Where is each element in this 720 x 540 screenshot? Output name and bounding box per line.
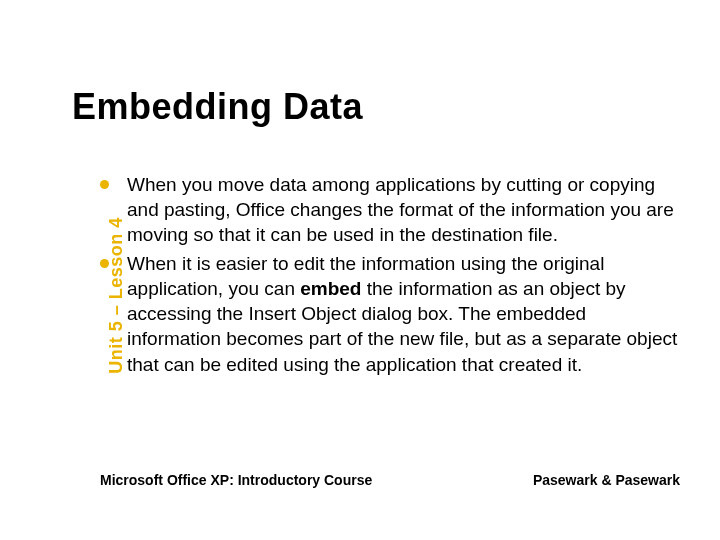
bullet-icon <box>100 259 109 268</box>
page-title: Embedding Data <box>72 86 363 128</box>
bullet-text: When it is easier to edit the informatio… <box>127 251 680 376</box>
slide: Embedding Data Unit 5 – Lesson 4 When yo… <box>0 0 720 540</box>
footer: Microsoft Office XP: Introductory Course… <box>100 472 680 488</box>
footer-left: Microsoft Office XP: Introductory Course <box>100 472 372 488</box>
footer-right: Pasewark & Pasewark <box>533 472 680 488</box>
bullet-icon <box>100 180 109 189</box>
bullet-text-bold: embed <box>300 278 361 299</box>
list-item: When you move data among applications by… <box>100 172 680 247</box>
content-area: When you move data among applications by… <box>100 172 680 381</box>
bullet-text: When you move data among applications by… <box>127 172 680 247</box>
list-item: When it is easier to edit the informatio… <box>100 251 680 376</box>
